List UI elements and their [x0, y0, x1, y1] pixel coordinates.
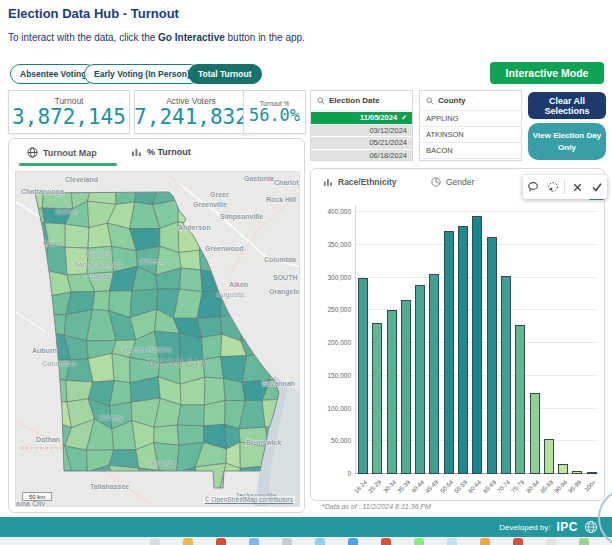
- bar-95-99[interactable]: [572, 471, 582, 474]
- age-bar-chart-plot[interactable]: [355, 205, 598, 474]
- election-date-option[interactable]: 11/05/2024✓: [311, 112, 412, 124]
- county-region[interactable]: [262, 183, 291, 204]
- chip-total-turnout[interactable]: Total Turnout: [188, 64, 262, 84]
- map-attribution[interactable]: © OpenStreetMap contributors: [203, 496, 295, 503]
- bar-90-94[interactable]: [558, 464, 568, 474]
- turnout-map[interactable]: ClevelandChattanoogaGastoniaCharlotteGre…: [15, 171, 300, 507]
- county-region[interactable]: [220, 251, 248, 273]
- county-region[interactable]: [195, 463, 226, 493]
- county-region[interactable]: [266, 221, 285, 250]
- interactive-mode-button[interactable]: Interactive Mode: [490, 62, 604, 84]
- county-header[interactable]: County: [420, 91, 521, 111]
- county-region[interactable]: [220, 291, 243, 317]
- county-region[interactable]: [19, 243, 49, 270]
- bar-60-64[interactable]: [472, 216, 482, 474]
- county-region[interactable]: [109, 486, 139, 507]
- county-region[interactable]: [201, 270, 222, 292]
- county-region[interactable]: [220, 270, 243, 291]
- county-region[interactable]: [196, 178, 224, 206]
- county-region[interactable]: [87, 178, 116, 204]
- bar-65-69[interactable]: [487, 237, 497, 474]
- county-region[interactable]: [88, 486, 116, 507]
- lasso-icon[interactable]: [525, 179, 541, 195]
- county-region[interactable]: [156, 470, 177, 493]
- county-region[interactable]: [175, 491, 201, 507]
- county-region[interactable]: [240, 179, 266, 205]
- county-region[interactable]: [289, 354, 300, 383]
- county-region[interactable]: [268, 354, 289, 380]
- county-region[interactable]: [22, 269, 49, 296]
- county-region[interactable]: [177, 405, 204, 426]
- county-region[interactable]: [179, 250, 201, 270]
- county-region[interactable]: [265, 317, 289, 340]
- county-option[interactable]: APPLING: [420, 111, 521, 127]
- county-region[interactable]: [70, 489, 95, 507]
- confirm-selection-icon[interactable]: [589, 179, 605, 195]
- county-region[interactable]: [23, 420, 50, 447]
- election-date-option[interactable]: 03/12/2024: [311, 125, 412, 137]
- county-region[interactable]: [218, 179, 243, 205]
- bar-85-89[interactable]: [544, 439, 554, 474]
- county-region[interactable]: [42, 360, 71, 380]
- county-region[interactable]: [109, 450, 139, 468]
- bar-40-44[interactable]: [415, 285, 425, 474]
- bar-50-54[interactable]: [444, 231, 454, 474]
- county-region[interactable]: [112, 353, 130, 383]
- county-region[interactable]: [139, 468, 159, 493]
- county-region[interactable]: [178, 200, 205, 226]
- chip-early-voting[interactable]: Early Voting (In Person): [84, 64, 200, 84]
- county-option[interactable]: BACON: [420, 143, 521, 159]
- tab-pct-turnout[interactable]: % Turnout: [131, 147, 191, 157]
- county-region[interactable]: [285, 229, 301, 250]
- bar-25-29[interactable]: [372, 323, 382, 474]
- county-region[interactable]: [72, 471, 95, 492]
- tab-gender[interactable]: Gender: [431, 177, 474, 187]
- bar-35-39[interactable]: [401, 300, 411, 474]
- county-region[interactable]: [65, 247, 88, 275]
- county-region[interactable]: [199, 225, 224, 252]
- county-region[interactable]: [22, 377, 44, 402]
- county-region[interactable]: [87, 246, 113, 273]
- county-region[interactable]: [243, 291, 266, 317]
- county-region[interactable]: [262, 244, 291, 274]
- bar-80-84[interactable]: [530, 393, 540, 474]
- county-region[interactable]: [135, 491, 157, 507]
- county-region[interactable]: [25, 469, 47, 489]
- county-region[interactable]: [285, 204, 300, 231]
- view-election-day-only-button[interactable]: View Election Day Only: [528, 123, 606, 160]
- county-region[interactable]: [262, 266, 292, 292]
- county-region[interactable]: [65, 224, 89, 248]
- bar-75-79[interactable]: [515, 325, 525, 474]
- county-option[interactable]: ATKINSON: [420, 127, 521, 143]
- county-region[interactable]: [23, 358, 42, 378]
- county-region[interactable]: [197, 317, 222, 338]
- tab-turnout-map[interactable]: Turnout Map: [27, 147, 97, 158]
- county-region[interactable]: [241, 311, 269, 341]
- county-region[interactable]: [177, 425, 204, 445]
- election-date-header[interactable]: Election Date: [311, 91, 412, 111]
- tab-race-ethnicity[interactable]: Race/Ethnicity: [323, 177, 397, 187]
- county-region[interactable]: [154, 425, 179, 445]
- county-region[interactable]: [42, 377, 67, 402]
- county-region[interactable]: [44, 402, 71, 428]
- county-region[interactable]: [21, 332, 46, 360]
- select-circle-icon[interactable]: [545, 179, 561, 195]
- county-region[interactable]: [201, 202, 223, 231]
- county-region[interactable]: [88, 353, 114, 382]
- county-region[interactable]: [242, 266, 267, 292]
- county-region[interactable]: [205, 377, 226, 405]
- county-region[interactable]: [178, 222, 200, 253]
- county-region[interactable]: [283, 339, 300, 356]
- election-date-option[interactable]: 05/21/2024: [311, 137, 412, 149]
- county-region[interactable]: [262, 202, 291, 231]
- clear-all-selections-button[interactable]: Clear All Selections: [528, 92, 606, 119]
- county-region[interactable]: [22, 288, 49, 316]
- bar-70-74[interactable]: [501, 276, 511, 474]
- county-region[interactable]: [289, 290, 300, 319]
- county-region[interactable]: [156, 491, 180, 507]
- county-region[interactable]: [265, 290, 292, 319]
- county-region[interactable]: [268, 339, 289, 356]
- county-region[interactable]: [180, 268, 203, 292]
- bar-30-34[interactable]: [387, 310, 397, 474]
- bar-45-49[interactable]: [429, 274, 439, 474]
